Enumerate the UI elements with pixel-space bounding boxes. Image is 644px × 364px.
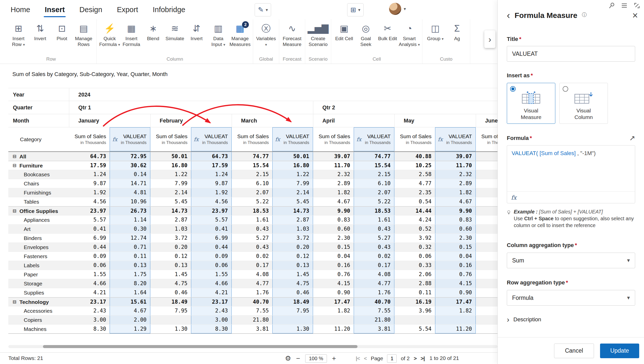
matrix-cell-valueat[interactable]: 64.73 xyxy=(191,152,232,161)
matrix-cell-valueat[interactable]: 2.30 xyxy=(435,234,476,242)
matrix-cell-valueat[interactable]: 0.16 xyxy=(435,261,476,270)
matrix-cell[interactable]: 2.43 xyxy=(69,306,110,315)
matrix-cell-valueat[interactable]: 1.75 xyxy=(110,270,150,279)
matrix-cell-valueat[interactable]: 17.47 xyxy=(435,298,476,306)
matrix-cell[interactable] xyxy=(476,197,497,206)
matrix-cell[interactable]: 0.44 xyxy=(69,243,110,252)
back-button[interactable]: ‹ xyxy=(507,12,510,19)
settings-gear-icon[interactable]: ⚙ xyxy=(285,354,291,362)
matrix-cell[interactable]: 4.24 xyxy=(394,215,435,224)
matrix-cell[interactable]: 7.99 xyxy=(150,179,191,188)
matrix-cell-valueat[interactable] xyxy=(272,316,313,324)
ribbon-button[interactable]: ◔ Smart Analysis ▾ xyxy=(398,20,420,56)
matrix-cell[interactable]: 3.81 xyxy=(232,325,272,333)
lines-icon[interactable] xyxy=(621,2,628,9)
matrix-cell-valueat[interactable]: 10.96 xyxy=(110,197,150,206)
matrix-cell[interactable]: 40.88 xyxy=(394,152,435,161)
matrix-cell-valueat[interactable]: 2.32 xyxy=(435,170,476,179)
matrix-cell-valueat[interactable]: 1.22 xyxy=(272,170,313,179)
edit-mode-button[interactable]: ✎ ▾ xyxy=(255,3,271,16)
matrix-cell[interactable]: 10.25 xyxy=(394,161,435,170)
matrix-cell[interactable]: 0.43 xyxy=(232,243,272,252)
matrix-cell-valueat[interactable]: 26.73 xyxy=(110,207,150,215)
matrix-cell[interactable]: 0.52 xyxy=(394,225,435,233)
matrix-cell[interactable]: 7.55 xyxy=(232,306,272,315)
matrix-cell[interactable]: 2.15 xyxy=(232,170,272,179)
matrix-cell[interactable] xyxy=(394,316,435,324)
month-value[interactable]: February xyxy=(150,114,232,127)
matrix-cell[interactable]: 0.13 xyxy=(150,261,191,270)
info-icon[interactable]: ⓘ xyxy=(582,12,587,18)
matrix-cell[interactable]: 2.07 xyxy=(232,188,272,197)
matrix-cell[interactable]: 4.15 xyxy=(313,279,354,288)
matrix-cell-valueat[interactable]: 1.45 xyxy=(272,270,313,279)
row-label[interactable]: Copiers xyxy=(8,316,69,324)
matrix-cell[interactable]: 3.72 xyxy=(150,234,191,242)
matrix-cell[interactable] xyxy=(313,316,354,324)
row-label[interactable]: ⊟ Furniture xyxy=(8,161,69,170)
month-value[interactable]: April xyxy=(313,114,394,127)
next-page-button[interactable]: > xyxy=(414,355,416,361)
matrix-cell-valueat[interactable]: 17.59 xyxy=(191,161,232,170)
matrix-cell[interactable]: 4.77 xyxy=(232,279,272,288)
matrix-cell-valueat[interactable]: 0.90 xyxy=(435,288,476,297)
matrix-cell[interactable]: 9.87 xyxy=(69,179,110,188)
matrix-cell[interactable]: 0.33 xyxy=(394,261,435,270)
collapse-icon[interactable]: ⊟ xyxy=(13,207,19,215)
matrix-cell[interactable] xyxy=(476,306,497,315)
expand-editor-icon[interactable]: ↗ xyxy=(629,134,635,142)
matrix-cell[interactable]: 17.59 xyxy=(69,161,110,170)
sum-of-sales-header[interactable]: Sum of Sales in Thousands xyxy=(69,127,110,151)
row-label[interactable]: Storage xyxy=(8,279,69,288)
matrix-cell[interactable]: 0.43 xyxy=(232,225,272,233)
matrix-cell-valueat[interactable]: 23.97 xyxy=(191,207,232,215)
matrix-cell-valueat[interactable]: 15.54 xyxy=(354,161,394,170)
matrix-cell[interactable]: 0.16 xyxy=(313,261,354,270)
ribbon-button[interactable]: ∗ Blend xyxy=(142,20,164,56)
ribbon-button[interactable]: ▦2 Manage Measures xyxy=(229,20,251,56)
sum-of-sales-header[interactable]: Sum of Sales in Thousands xyxy=(394,127,435,151)
row-label[interactable]: Chairs xyxy=(8,179,69,188)
matrix-cell[interactable]: 4.75 xyxy=(150,279,191,288)
row-label[interactable]: Accessories xyxy=(8,306,69,315)
first-page-button[interactable]: |< xyxy=(356,355,360,361)
matrix-cell[interactable]: 14.44 xyxy=(394,207,435,215)
matrix-cell[interactable]: 0.20 xyxy=(150,243,191,252)
matrix-cell[interactable]: 11.20 xyxy=(313,325,354,333)
matrix-cell-valueat[interactable]: 6.99 xyxy=(191,234,232,242)
ribbon-button[interactable]: ∿ Forecast Measure xyxy=(281,20,303,56)
ribbon-tab[interactable]: Insert xyxy=(45,0,65,19)
matrix-cell[interactable] xyxy=(476,215,497,224)
matrix-cell[interactable]: 1.03 xyxy=(150,225,191,233)
matrix-cell[interactable] xyxy=(476,288,497,297)
month-value[interactable]: June xyxy=(476,114,497,127)
matrix-cell-valueat[interactable]: 0.12 xyxy=(272,252,313,261)
matrix-cell-valueat[interactable]: 4.66 xyxy=(191,279,232,288)
matrix-cell-valueat[interactable]: 2.14 xyxy=(272,188,313,197)
sum-of-sales-header[interactable]: Sum of Sales in Thousands xyxy=(476,127,497,151)
matrix-cell[interactable]: 0.32 xyxy=(394,243,435,252)
matrix-cell[interactable]: 2.89 xyxy=(313,179,354,188)
matrix-cell[interactable]: 3.92 xyxy=(394,234,435,242)
matrix-cell[interactable] xyxy=(476,207,497,215)
fullscreen-icon[interactable] xyxy=(633,2,640,9)
matrix-cell[interactable]: 1.76 xyxy=(232,288,272,297)
matrix-cell[interactable]: 0.15 xyxy=(313,243,354,252)
matrix-cell[interactable]: 1.92 xyxy=(69,188,110,197)
collapse-icon[interactable]: ⊟ xyxy=(13,152,19,161)
collapse-icon[interactable]: ⊟ xyxy=(13,161,19,170)
ribbon-button[interactable]: ✂ Bulk Edit xyxy=(377,20,398,56)
ribbon-button[interactable]: ⊡ Pivot xyxy=(51,20,73,56)
matrix-cell[interactable]: 0.76 xyxy=(313,270,354,279)
matrix-cell[interactable]: 1.55 xyxy=(69,270,110,279)
matrix-cell[interactable]: 0.41 xyxy=(69,225,110,233)
matrix-cell-valueat[interactable]: 50.01 xyxy=(272,152,313,161)
matrix-cell[interactable]: 16.19 xyxy=(394,298,435,306)
matrix-cell-valueat[interactable]: 5.57 xyxy=(191,215,232,224)
matrix-cell-valueat[interactable]: 2.00 xyxy=(110,316,150,324)
matrix-cell-valueat[interactable]: 0.13 xyxy=(110,261,150,270)
matrix-cell-valueat[interactable]: 2.07 xyxy=(354,188,394,197)
matrix-cell[interactable]: 40.70 xyxy=(232,298,272,306)
matrix-cell-valueat[interactable]: 12.74 xyxy=(110,234,150,242)
matrix-cell[interactable]: 15.54 xyxy=(232,161,272,170)
